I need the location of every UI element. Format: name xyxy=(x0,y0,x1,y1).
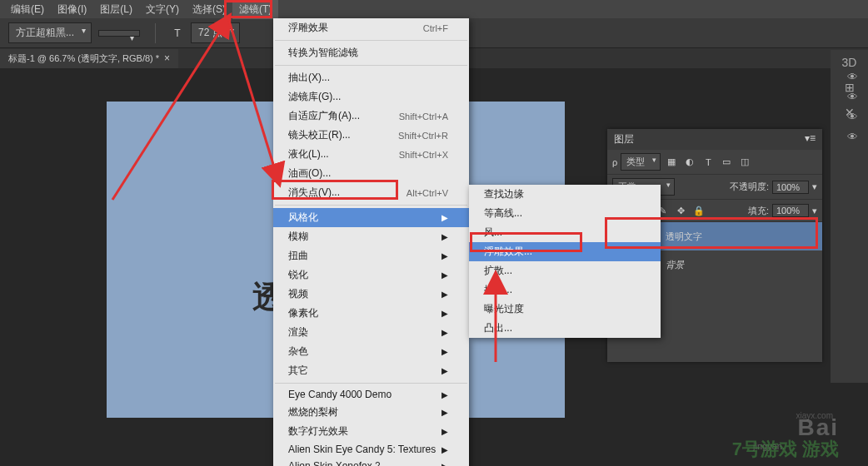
filter-adjust-icon[interactable]: ◐ xyxy=(682,155,697,170)
layer-name[interactable]: 透明文字 xyxy=(666,231,702,243)
lock-position-icon[interactable]: ✥ xyxy=(673,203,688,218)
menu-separator xyxy=(275,40,467,41)
toolbar-divider xyxy=(155,23,156,43)
submenu-wind[interactable]: 风... xyxy=(469,223,661,242)
menu-sharpen[interactable]: 锐化▶ xyxy=(273,265,469,285)
eye-icon[interactable]: 👁 xyxy=(847,131,858,151)
chevron-right-icon: ▶ xyxy=(441,462,448,467)
menu-separator xyxy=(275,383,467,384)
panel-menu-icon[interactable]: ▾≡ xyxy=(805,132,816,146)
filter-menu: 浮雕效果 Ctrl+F 转换为智能滤镜 抽出(X)... 滤镜库(G)... 自… xyxy=(273,18,469,466)
menu-distort[interactable]: 扭曲▶ xyxy=(273,246,469,265)
submenu-diffuse[interactable]: 扩散... xyxy=(469,261,661,280)
submenu-contour[interactable]: 等高线... xyxy=(469,204,661,223)
stylize-submenu: 查找边缘 等高线... 风... 浮雕效果... 扩散... 拼贴... 曝光过… xyxy=(469,185,661,338)
menu-type[interactable]: 文字(Y) xyxy=(139,0,186,19)
menu-select[interactable]: 选择(S) xyxy=(186,0,232,19)
filter-shape-icon[interactable]: ▭ xyxy=(719,155,734,170)
filter-smart-icon[interactable]: ◫ xyxy=(737,155,752,170)
menu-plugin-xenofex[interactable]: Alien Skin Xenofex 2▶ xyxy=(273,458,469,466)
submenu-solarize[interactable]: 曝光过度 xyxy=(469,300,661,319)
submenu-extrude[interactable]: 凸出... xyxy=(469,319,661,338)
menu-lens-correct[interactable]: 镜头校正(R)...Shift+Ctrl+R xyxy=(273,126,469,145)
watermark-url: xiayx.com xyxy=(796,411,833,420)
menu-smart-filter[interactable]: 转换为智能滤镜 xyxy=(273,43,469,62)
eye-icon[interactable]: 👁 xyxy=(847,111,858,131)
font-style-dropdown[interactable] xyxy=(98,30,140,37)
submenu-find-edges[interactable]: 查找边缘 xyxy=(469,185,661,204)
menu-separator xyxy=(275,65,467,66)
menu-filter-gallery[interactable]: 滤镜库(G)... xyxy=(273,87,469,107)
chevron-right-icon: ▶ xyxy=(441,445,448,454)
menu-other[interactable]: 其它▶ xyxy=(273,361,469,380)
submenu-tiles[interactable]: 拼贴... xyxy=(469,280,661,300)
menu-plugin-eyecandy[interactable]: Eye Candy 4000 Demo▶ xyxy=(273,386,469,403)
menu-liquify[interactable]: 液化(L)...Shift+Ctrl+X xyxy=(273,145,469,164)
text-size-icon: T xyxy=(166,22,189,45)
chevron-right-icon: ▶ xyxy=(441,328,448,337)
menu-vanishing-point[interactable]: 消失点(V)...Alt+Ctrl+V xyxy=(273,183,469,202)
menu-last-filter[interactable]: 浮雕效果 Ctrl+F xyxy=(273,18,469,37)
menu-plugin-alien-textures[interactable]: Alien Skin Eye Candy 5: Textures▶ xyxy=(273,441,469,458)
layers-panel-header: 图层 ▾≡ xyxy=(607,129,822,150)
chevron-down-icon[interactable]: ▾ xyxy=(812,181,817,192)
fill-label: 填充: xyxy=(748,205,769,217)
menu-image[interactable]: 图像(I) xyxy=(51,0,93,19)
chevron-right-icon: ▶ xyxy=(441,290,448,299)
menu-separator xyxy=(275,205,467,206)
menu-video[interactable]: 视频▶ xyxy=(273,285,469,304)
menu-edit[interactable]: 编辑(E) xyxy=(4,0,51,19)
chevron-right-icon: ▶ xyxy=(441,232,448,241)
filter-image-icon[interactable]: ▦ xyxy=(664,155,679,170)
layer-filter-row: ρ 类型 ▦ ◐ T ▭ ◫ xyxy=(607,150,822,175)
menu-stylize[interactable]: 风格化▶ xyxy=(273,208,469,227)
chevron-right-icon: ▶ xyxy=(441,347,448,356)
watermark-game: 7号游戏 游戏 xyxy=(732,437,839,462)
chevron-right-icon: ▶ xyxy=(441,427,448,436)
layer-type-dropdown[interactable]: 类型 xyxy=(621,153,661,171)
tab-title: 标题-1 @ 66.7% (透明文字, RGB/8) * xyxy=(8,52,159,65)
lock-all-icon[interactable]: 🔒 xyxy=(691,203,706,218)
eye-icon[interactable]: 👁 xyxy=(847,71,858,91)
eye-icon[interactable]: 👁 xyxy=(847,91,858,111)
menu-noise[interactable]: 杂色▶ xyxy=(273,342,469,361)
menu-filter[interactable]: 滤镜(T) xyxy=(232,0,278,19)
chevron-right-icon: ▶ xyxy=(441,390,448,399)
menu-extract[interactable]: 抽出(X)... xyxy=(273,68,469,87)
chevron-right-icon: ▶ xyxy=(441,213,448,222)
font-family-dropdown[interactable]: 方正超粗黑... xyxy=(8,22,92,43)
menu-plugin-burning[interactable]: 燃烧的梨树▶ xyxy=(273,403,469,422)
menu-layer[interactable]: 图层(L) xyxy=(93,0,139,19)
chevron-down-icon[interactable]: ▾ xyxy=(812,206,817,216)
visibility-column: 👁 👁 👁 👁 xyxy=(847,71,858,151)
layer-name[interactable]: 背景 xyxy=(666,259,684,271)
chevron-right-icon: ▶ xyxy=(441,251,448,260)
opacity-label: 不透明度: xyxy=(730,181,769,193)
submenu-emboss[interactable]: 浮雕效果... xyxy=(469,242,661,261)
filter-text-icon[interactable]: T xyxy=(701,155,716,170)
menu-blur[interactable]: 模糊▶ xyxy=(273,227,469,246)
close-icon[interactable]: × xyxy=(164,52,170,64)
menu-adaptive-wide[interactable]: 自适应广角(A)...Shift+Ctrl+A xyxy=(273,107,469,126)
menu-render[interactable]: 渲染▶ xyxy=(273,323,469,342)
menubar: 编辑(E) 图像(I) 图层(L) 文字(Y) 选择(S) 滤镜(T) xyxy=(0,0,868,18)
menu-oil-paint[interactable]: 油画(O)... xyxy=(273,164,469,183)
menu-pixelate[interactable]: 像素化▶ xyxy=(273,304,469,323)
fill-input[interactable] xyxy=(772,204,809,217)
chevron-right-icon: ▶ xyxy=(441,366,448,375)
chevron-right-icon: ▶ xyxy=(441,270,448,280)
chevron-right-icon: ▶ xyxy=(441,408,448,417)
chevron-right-icon: ▶ xyxy=(441,309,448,318)
opacity-input[interactable] xyxy=(772,181,809,194)
document-tab[interactable]: 标题-1 @ 66.7% (透明文字, RGB/8) * × xyxy=(0,49,178,68)
menu-plugin-digital-light[interactable]: 数字灯光效果▶ xyxy=(273,422,469,441)
font-size-dropdown[interactable]: 72 点 xyxy=(191,22,240,43)
